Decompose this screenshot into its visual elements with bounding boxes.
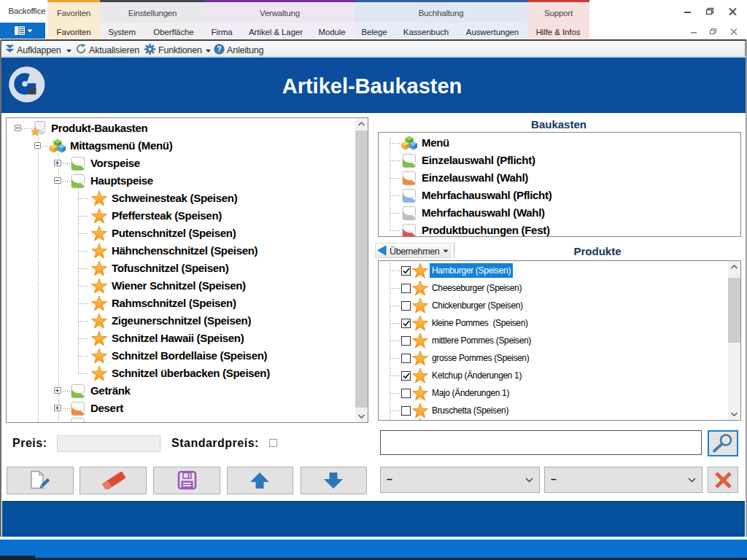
svg-text:?: ? xyxy=(217,44,221,53)
